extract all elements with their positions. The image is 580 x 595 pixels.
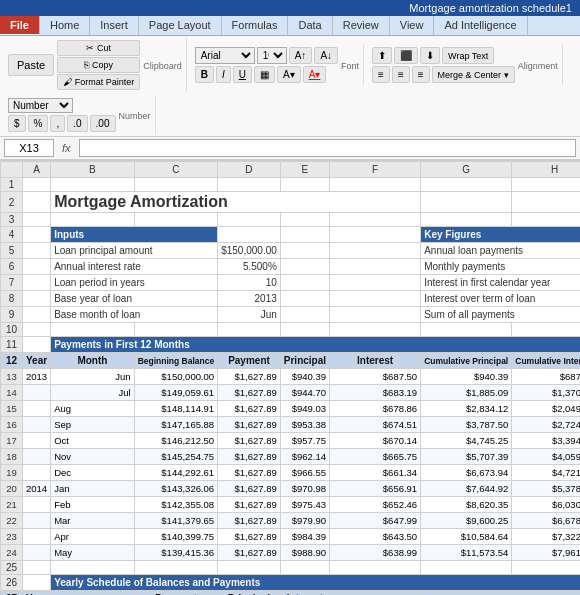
wrap-text-button[interactable]: Wrap Text [442,47,494,64]
col-header-a[interactable]: A [23,162,51,178]
tab-file[interactable]: File [0,16,40,35]
input-value-2[interactable]: 10 [218,275,281,291]
row-num-18: 18 [1,449,23,465]
row-27-yearly-headers: 27 Year Beginning Balance Payment Princi… [1,591,581,596]
percent-button[interactable]: % [28,115,49,132]
col-header-b[interactable]: B [51,162,135,178]
main-table: A B C D E F G H I J 1 2 Mortgage A [0,161,580,595]
col-header-d[interactable]: D [218,162,281,178]
decrease-font-button[interactable]: A↓ [314,47,338,64]
align-bottom-button[interactable]: ⬇ [420,47,440,64]
payment-row-9: 22 Mar $141,379.65 $1,627.89 $979.90 $64… [1,513,581,529]
align-center-button[interactable]: ≡ [392,66,410,83]
bold-button[interactable]: B [195,66,214,83]
number-label: Number [119,111,151,121]
row-12-col-headers: 12 Year Month Beginning Balance Payment … [1,353,581,369]
copy-button[interactable]: ⎘ Copy [57,57,140,73]
input-value-0[interactable]: $150,000.00 [218,243,281,259]
toolbar: Mortgage amortization schedule1 File Hom… [0,0,580,161]
ph-month: Month [51,353,135,369]
italic-button[interactable]: I [216,66,231,83]
row-num-10: 10 [1,323,23,337]
input-value-4[interactable]: Jun [218,307,281,323]
payment-row-7: 20 2014 Jan $143,326.06 $1,627.89 $970.9… [1,481,581,497]
cut-button[interactable]: ✂ Cut [57,40,140,56]
input-value-3[interactable]: 2013 [218,291,281,307]
decrease-decimal-button[interactable]: .00 [90,115,116,132]
col-header-e[interactable]: E [280,162,329,178]
tab-data[interactable]: Data [288,16,332,35]
row-num-7: 7 [1,275,23,291]
row-num-3: 3 [1,213,23,227]
col-header-c[interactable]: C [134,162,218,178]
input-label-2[interactable]: Loan period in years [51,275,218,291]
increase-font-button[interactable]: A↑ [289,47,313,64]
merge-center-button[interactable]: Merge & Center ▾ [432,66,515,83]
number-format-select[interactable]: Number [8,98,73,113]
font-size-select[interactable]: 10 [257,47,287,64]
increase-decimal-button[interactable]: .0 [67,115,87,132]
ribbon-tabs: File Home Insert Page Layout Formulas Da… [0,16,580,36]
tab-page-layout[interactable]: Page Layout [139,16,222,35]
payment-row-3: 16 Sep $147,165.88 $1,627.89 $953.38 $67… [1,417,581,433]
number-group: Number $ % , .0 .00 Number [4,96,156,134]
payment-row-6: 19 Dec $144,292.61 $1,627.89 $966.55 $66… [1,465,581,481]
comma-button[interactable]: , [50,115,65,132]
input-label-0[interactable]: Loan principal amount [51,243,218,259]
formula-input[interactable] [79,139,576,157]
column-headers: A B C D E F G H I J [1,162,581,178]
formula-bar: fx [0,137,580,160]
ph-year: Year [23,353,51,369]
tab-home[interactable]: Home [40,16,90,35]
row-num-24: 24 [1,545,23,561]
row-num-19: 19 [1,465,23,481]
row-9: 9 Base month of loan Jun Sum of all paym… [1,307,581,323]
row-4-headers: 4 Inputs Key Figures [1,227,581,243]
row-5: 5 Loan principal amount $150,000.00 Annu… [1,243,581,259]
tab-review[interactable]: Review [333,16,390,35]
kf-label-3: Interest over term of loan [421,291,580,307]
tab-formulas[interactable]: Formulas [222,16,289,35]
paste-button[interactable]: Paste [8,54,54,76]
yh-payment: Payment [134,591,218,596]
ph-principal: Principal [280,353,329,369]
row-num-9: 9 [1,307,23,323]
input-label-1[interactable]: Annual interest rate [51,259,218,275]
input-value-1[interactable]: 5.500% [218,259,281,275]
tab-insert[interactable]: Insert [90,16,139,35]
yh-cum-principal: Cumulative Principal [330,591,421,596]
payment-row-5: 18 Nov $145,254.75 $1,627.89 $962.14 $66… [1,449,581,465]
align-left-button[interactable]: ≡ [372,66,390,83]
payment-row-4: 17 Oct $146,212.50 $1,627.89 $957.75 $67… [1,433,581,449]
input-label-3[interactable]: Base year of loan [51,291,218,307]
input-label-4[interactable]: Base month of loan [51,307,218,323]
underline-button[interactable]: U [233,66,252,83]
fill-color-button[interactable]: A▾ [277,66,301,83]
col-header-f[interactable]: F [330,162,421,178]
tab-view[interactable]: View [390,16,435,35]
row-num-5: 5 [1,243,23,259]
row-num-16: 16 [1,417,23,433]
row-num-2: 2 [1,192,23,213]
font-select[interactable]: Arial [195,47,255,64]
payment-row-10: 23 Apr $140,399.75 $1,627.89 $984.39 $64… [1,529,581,545]
row-26-yearly: 26 Yearly Schedule of Balances and Payme… [1,575,581,591]
tab-ad-intelligence[interactable]: Ad Intelligence [434,16,527,35]
col-header-g[interactable]: G [421,162,512,178]
font-color-button[interactable]: A▾ [303,66,327,83]
currency-button[interactable]: $ [8,115,26,132]
payment-row-2: 15 Aug $148,114.91 $1,627.89 $949.03 $67… [1,401,581,417]
alignment-label: Alignment [518,61,558,71]
align-middle-button[interactable]: ⬛ [394,47,418,64]
align-top-button[interactable]: ⬆ [372,47,392,64]
row-num-4: 4 [1,227,23,243]
row-num-20: 20 [1,481,23,497]
row-7: 7 Loan period in years 10 Interest in fi… [1,275,581,291]
row-num-27: 27 [1,591,23,596]
cell-reference-input[interactable] [4,139,54,157]
col-header-h[interactable]: H [512,162,580,178]
align-right-button[interactable]: ≡ [412,66,430,83]
format-painter-button[interactable]: 🖌 Format Painter [57,74,140,90]
row-num-11: 11 [1,337,23,353]
border-button[interactable]: ▦ [254,66,275,83]
